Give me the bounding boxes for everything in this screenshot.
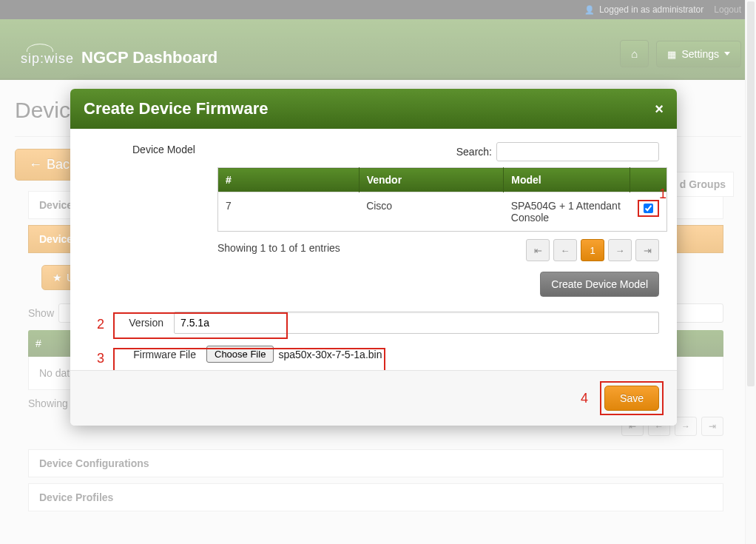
create-device-model-button[interactable]: Create Device Model bbox=[540, 272, 659, 297]
device-model-section-label: Device Model bbox=[88, 142, 195, 155]
modal-title: Create Device Firmware bbox=[84, 99, 268, 118]
modal-pager: ⇤ ← 1 → ⇥ bbox=[88, 239, 659, 261]
pager-page-1[interactable]: 1 bbox=[581, 239, 604, 261]
annotation-box-4: Save bbox=[600, 381, 664, 415]
row-select-checkbox[interactable] bbox=[644, 204, 653, 213]
select-row-highlight bbox=[638, 200, 659, 217]
close-icon[interactable]: × bbox=[655, 101, 664, 118]
device-model-table: # Vendor Model 7 Cisco SPA504G + 1 Atten… bbox=[217, 167, 667, 232]
create-firmware-modal: Create Device Firmware × Device Model Se… bbox=[70, 89, 677, 426]
annotation-4: 4 bbox=[581, 391, 588, 406]
version-input[interactable] bbox=[174, 312, 659, 334]
pager-first[interactable]: ⇤ bbox=[526, 239, 550, 261]
cell-num: 7 bbox=[218, 192, 360, 232]
modal-footer: 4 Save bbox=[70, 370, 677, 426]
firmware-file-row: Firmware File Choose File spa50x-30x-7-5… bbox=[88, 346, 659, 363]
modal-header: Create Device Firmware × bbox=[70, 89, 677, 129]
search-label: Search: bbox=[456, 146, 492, 158]
version-row: Version bbox=[88, 312, 659, 334]
th-num[interactable]: # bbox=[218, 168, 360, 192]
pager-prev[interactable]: ← bbox=[553, 239, 577, 261]
choose-file-button[interactable]: Choose File bbox=[206, 346, 274, 363]
annotation-2: 2 bbox=[97, 317, 104, 332]
table-row[interactable]: 7 Cisco SPA504G + 1 Attendant Console bbox=[218, 192, 667, 232]
annotation-3: 3 bbox=[97, 351, 104, 366]
pager-next[interactable]: → bbox=[608, 239, 632, 261]
search-input[interactable] bbox=[496, 142, 659, 161]
firmware-file-label: Firmware File bbox=[88, 349, 206, 360]
pager-last[interactable]: ⇥ bbox=[635, 239, 659, 261]
cell-vendor: Cisco bbox=[359, 192, 504, 232]
chosen-file-name: spa50x-30x-7-5-1a.bin bbox=[278, 349, 382, 360]
th-model[interactable]: Model bbox=[504, 168, 630, 192]
save-button[interactable]: Save bbox=[604, 386, 659, 411]
annotation-1: 1 bbox=[659, 187, 666, 202]
th-vendor[interactable]: Vendor bbox=[359, 168, 504, 192]
cell-model: SPA504G + 1 Attendant Console bbox=[504, 192, 630, 232]
modal-body: Device Model Search: # Vendor Model 7 Ci… bbox=[70, 129, 677, 370]
